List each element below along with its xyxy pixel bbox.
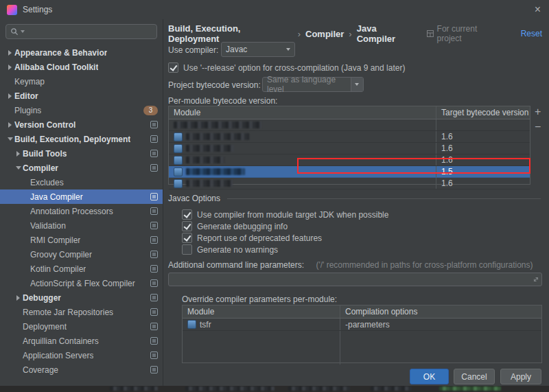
sidebar-item-appearance-behavior[interactable]: Appearance & Behavior bbox=[0, 45, 163, 60]
override-table-label: Override compiler parameters per-module: bbox=[182, 295, 337, 304]
redacted-module-name bbox=[186, 133, 249, 140]
module-icon bbox=[174, 144, 183, 153]
reset-link[interactable]: Reset bbox=[521, 29, 542, 38]
table-row[interactable]: 1.6 bbox=[169, 143, 530, 154]
module-icon bbox=[174, 132, 183, 141]
search-input[interactable] bbox=[27, 26, 152, 37]
chevron-right-icon bbox=[5, 93, 14, 99]
project-grid-icon bbox=[427, 30, 434, 37]
sidebar-item-rmi-compiler[interactable]: RMI Compiler bbox=[0, 233, 163, 247]
table-row[interactable]: 1.6 bbox=[169, 178, 530, 189]
add-module-button[interactable]: + bbox=[535, 107, 541, 117]
settings-sidebar: Appearance & Behavior Alibaba Cloud Tool… bbox=[0, 19, 163, 386]
generate-debugging-info-checkbox[interactable] bbox=[182, 221, 192, 231]
release-option-row: Use '--release' option for cross-compila… bbox=[168, 62, 405, 73]
sidebar-item-alibaba-cloud-toolkit[interactable]: Alibaba Cloud Toolkit bbox=[0, 60, 163, 74]
table-row-selected[interactable]: 1.5 bbox=[169, 166, 530, 178]
ok-button[interactable]: OK bbox=[410, 369, 449, 384]
per-module-table[interactable]: Module Target bytecode version 1.6 1.6 bbox=[168, 106, 530, 185]
module-icon bbox=[174, 156, 183, 165]
sidebar-item-annotation-processors[interactable]: Annotation Processors bbox=[0, 204, 163, 218]
search-history-icon bbox=[21, 30, 25, 33]
use-module-target-jdk-checkbox[interactable] bbox=[182, 209, 192, 220]
additional-params-label: Additional command line parameters: ('/'… bbox=[168, 260, 533, 270]
settings-content: Build, Execution, Deployment › Compiler … bbox=[163, 19, 549, 386]
project-scope-icon bbox=[150, 251, 158, 258]
report-deprecated-checkbox[interactable] bbox=[182, 233, 192, 243]
cancel-button[interactable]: Cancel bbox=[454, 369, 495, 384]
use-compiler-label: Use compiler: bbox=[168, 45, 218, 55]
breadcrumb-part[interactable]: Build, Execution, Deployment bbox=[168, 23, 293, 44]
project-scope-icon bbox=[150, 294, 158, 301]
redacted-text bbox=[371, 387, 412, 391]
project-scope-icon bbox=[150, 164, 158, 172]
additional-params-input[interactable] bbox=[168, 273, 542, 286]
sidebar-item-editor[interactable]: Editor bbox=[0, 89, 163, 103]
chevron-down-icon bbox=[14, 166, 23, 170]
sidebar-item-kotlin-compiler[interactable]: Kotlin Compiler bbox=[0, 262, 163, 276]
screen: Settings × Appearance & Behavior Alibaba… bbox=[0, 0, 549, 392]
breadcrumb: Build, Execution, Deployment › Compiler … bbox=[168, 23, 542, 44]
project-scope-icon bbox=[150, 207, 158, 215]
sidebar-item-version-control[interactable]: Version Control bbox=[0, 117, 163, 132]
chevron-right-icon bbox=[5, 65, 14, 70]
option-row: Generate debugging info bbox=[182, 221, 288, 231]
sidebar-item-application-servers[interactable]: Application Servers bbox=[0, 348, 163, 362]
project-bytecode-label: Project bytecode version: bbox=[168, 80, 261, 90]
sidebar-item-validation[interactable]: Validation bbox=[0, 218, 163, 233]
table-row[interactable]: 1.6 bbox=[169, 131, 530, 143]
settings-search[interactable] bbox=[5, 24, 157, 39]
sidebar-item-actionscript-flex-compiler[interactable]: ActionScript & Flex Compiler bbox=[0, 276, 163, 290]
project-scope-icon bbox=[150, 236, 158, 244]
sidebar-item-build-tools[interactable]: Build Tools bbox=[0, 146, 163, 161]
table-row[interactable]: tsfr -parameters bbox=[183, 319, 541, 331]
generate-no-warnings-checkbox[interactable] bbox=[182, 244, 192, 255]
sidebar-item-deployment[interactable]: Deployment bbox=[0, 319, 163, 334]
sidebar-item-compiler[interactable]: Compiler bbox=[0, 161, 163, 175]
breadcrumb-part[interactable]: Java Compiler bbox=[357, 23, 417, 44]
project-bytecode-select[interactable]: Same as language level bbox=[262, 77, 364, 92]
sidebar-item-plugins[interactable]: Plugins3 bbox=[0, 103, 163, 117]
sidebar-item-arquillian-containers[interactable]: Arquillian Containers bbox=[0, 334, 163, 348]
expand-field-icon[interactable] bbox=[533, 276, 539, 283]
project-scope-icon bbox=[150, 279, 158, 287]
project-scope-icon bbox=[150, 150, 158, 157]
javac-options-section: Javac Options bbox=[168, 194, 541, 203]
chevron-right-icon bbox=[5, 50, 14, 56]
background-ide-strip bbox=[0, 386, 549, 392]
per-module-label: Per-module bytecode version: bbox=[168, 96, 277, 106]
breadcrumb-part[interactable]: Compiler bbox=[305, 29, 344, 39]
release-option-checkbox[interactable] bbox=[168, 62, 178, 73]
sidebar-item-java-compiler[interactable]: Java Compiler bbox=[0, 189, 163, 204]
table-row[interactable] bbox=[169, 119, 530, 131]
table-header: Module Target bytecode version bbox=[169, 106, 530, 119]
apply-button[interactable]: Apply bbox=[500, 369, 541, 384]
window-title: Settings bbox=[23, 5, 52, 14]
additional-params-hint: ('/' recommended in paths for cross-plat… bbox=[316, 260, 533, 270]
override-table[interactable]: Module Compilation options tsfr -paramet… bbox=[182, 305, 542, 363]
redacted-module-name bbox=[186, 168, 245, 175]
table-row[interactable]: 1.6 bbox=[169, 154, 530, 166]
use-compiler-select[interactable]: Javac bbox=[221, 42, 295, 57]
sidebar-item-build-execution-deployment[interactable]: Build, Execution, Deployment bbox=[0, 132, 163, 146]
additional-params-field bbox=[168, 273, 542, 286]
project-scope-icon bbox=[150, 366, 158, 373]
sidebar-item-coverage[interactable]: Coverage bbox=[0, 362, 163, 377]
project-scope-icon bbox=[150, 135, 158, 143]
sidebar-item-groovy-compiler[interactable]: Groovy Compiler bbox=[0, 247, 163, 262]
settings-dialog: Settings × Appearance & Behavior Alibaba… bbox=[0, 0, 549, 386]
project-scope-icon bbox=[150, 121, 158, 128]
chevron-down-icon bbox=[351, 78, 363, 91]
sidebar-item-remote-jar-repositories[interactable]: Remote Jar Repositories bbox=[0, 305, 163, 319]
option-row: Report use of deprecated features bbox=[182, 233, 322, 243]
project-scope-icon bbox=[150, 323, 158, 330]
sidebar-item-keymap[interactable]: Keymap bbox=[0, 74, 163, 89]
option-row: Generate no warnings bbox=[182, 244, 278, 255]
sidebar-item-excludes[interactable]: Excludes bbox=[0, 175, 163, 189]
sidebar-item-debugger[interactable]: Debugger bbox=[0, 290, 163, 305]
titlebar: Settings × bbox=[0, 0, 549, 19]
remove-module-button[interactable]: − bbox=[535, 122, 541, 132]
chevron-right-icon bbox=[5, 122, 14, 128]
close-icon[interactable]: × bbox=[535, 3, 541, 16]
option-row: Use compiler from module target JDK when… bbox=[182, 209, 388, 220]
